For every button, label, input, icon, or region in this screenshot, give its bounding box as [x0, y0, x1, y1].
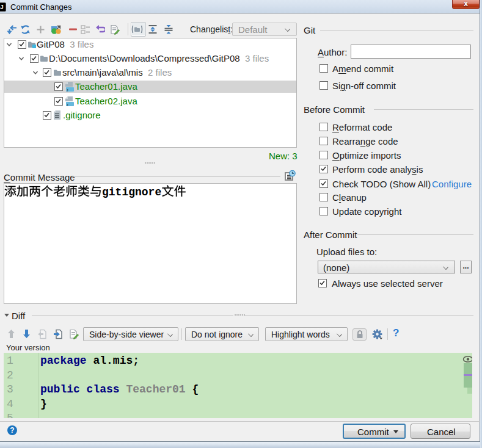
svg-text:J: J	[67, 88, 68, 92]
svg-text:gitignore: gitignore	[102, 186, 161, 198]
svg-text:J: J	[67, 102, 68, 106]
